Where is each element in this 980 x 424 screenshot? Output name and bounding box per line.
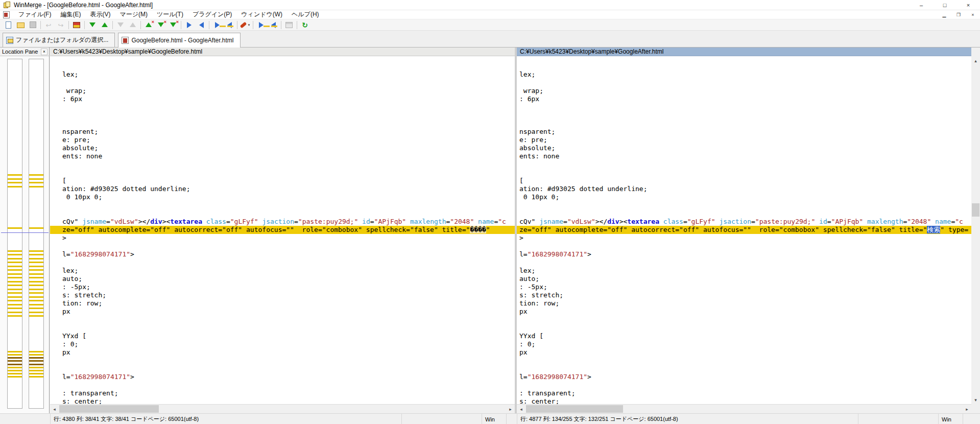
location-bar-right-file[interactable] [29, 59, 44, 409]
minimize-button[interactable]: – [910, 0, 933, 10]
diff-location-mark[interactable] [29, 289, 43, 290]
diff-location-mark[interactable] [29, 300, 43, 301]
diff-location-mark[interactable] [29, 281, 43, 282]
left-hscroll-thumb[interactable] [59, 405, 159, 413]
next-difference-button[interactable] [86, 20, 99, 30]
left-file-path-header[interactable]: C:¥Users¥k5423¥Desktop¥sample¥GoogleBefo… [50, 48, 515, 56]
diff-location-mark[interactable] [29, 312, 43, 313]
open-button[interactable] [14, 20, 27, 30]
right-file-path-header[interactable]: C:¥Users¥k5423¥Desktop¥sample¥GoogleAfte… [517, 48, 971, 56]
close-button[interactable]: × [957, 0, 980, 10]
menu-item-3[interactable]: マージ(M) [115, 10, 152, 18]
menu-item-2[interactable]: 表示(V) [85, 10, 115, 18]
diff-location-mark[interactable] [29, 367, 43, 368]
diff-location-mark[interactable] [29, 315, 43, 317]
diff-location-mark[interactable] [29, 296, 43, 298]
vertical-scrollbar[interactable]: ▴ ▾ [971, 56, 980, 404]
copy-right-button[interactable] [183, 20, 195, 30]
diff-location-mark[interactable] [8, 281, 22, 282]
maximize-button[interactable]: □ [933, 0, 957, 10]
diff-location-mark[interactable] [29, 354, 43, 356]
copy-left-button[interactable] [195, 20, 207, 30]
location-pane-close-icon[interactable]: × [41, 49, 47, 55]
tab-folder-selection[interactable]: ファイルまたはフォルダの選択... [3, 33, 115, 47]
diff-location-mark[interactable] [29, 360, 43, 362]
scroll-left-icon[interactable]: ◂ [50, 405, 59, 413]
diff-location-mark[interactable] [29, 308, 43, 309]
new-file-button[interactable] [2, 20, 14, 30]
diff-location-mark[interactable] [29, 373, 43, 374]
rescan-button[interactable] [70, 20, 83, 30]
diff-location-mark[interactable] [29, 186, 43, 187]
vscroll-thumb[interactable] [972, 203, 979, 217]
diff-location-mark[interactable] [8, 182, 22, 183]
diff-location-mark[interactable] [29, 370, 43, 371]
left-horizontal-scrollbar[interactable]: ◂ ▸ [50, 404, 515, 413]
scroll-down-icon[interactable]: ▾ [971, 395, 980, 404]
diff-location-mark[interactable] [29, 304, 43, 305]
diff-location-mark[interactable] [8, 308, 22, 309]
diff-location-mark[interactable] [8, 360, 22, 362]
location-bar-left-file[interactable] [7, 59, 22, 409]
diff-location-mark[interactable] [29, 364, 43, 365]
diff-location-mark[interactable] [29, 292, 43, 294]
diff-location-mark[interactable] [8, 250, 22, 252]
tab-file-compare[interactable]: GoogleBefore.html - GoogleAfter.html [118, 33, 240, 48]
mdi-close-button[interactable]: × [966, 11, 980, 19]
menu-item-1[interactable]: 編集(E) [56, 10, 85, 18]
diff-location-mark[interactable] [8, 357, 22, 359]
diff-location-mark[interactable] [29, 273, 43, 275]
diff-location-mark[interactable] [8, 277, 22, 278]
refresh-button[interactable] [299, 20, 311, 30]
right-hscroll-thumb[interactable] [526, 405, 623, 413]
diff-location-mark[interactable] [8, 364, 22, 365]
diff-location-mark[interactable] [8, 262, 22, 263]
menu-item-0[interactable]: ファイル(F) [14, 10, 56, 18]
right-code-area[interactable]: lex; wrap;: 6pxnsparent;e: pre;absolute;… [517, 56, 971, 404]
left-code-area[interactable]: lex; wrap;: 6pxnsparent;e: pre;absolute;… [50, 56, 515, 404]
diff-location-mark[interactable] [8, 254, 22, 255]
diff-location-mark[interactable] [29, 250, 43, 252]
diff-location-mark[interactable] [29, 258, 43, 260]
diff-location-mark[interactable] [29, 351, 43, 352]
right-horizontal-scrollbar[interactable]: ◂ ▸ [517, 404, 971, 413]
diff-location-mark[interactable] [29, 254, 43, 255]
menu-item-6[interactable]: ウィンドウ(W) [236, 10, 287, 18]
diff-location-mark[interactable] [8, 174, 22, 176]
copy-all-left-button[interactable] [267, 20, 279, 30]
diff-location-mark[interactable] [8, 269, 22, 271]
diff-location-mark[interactable] [8, 285, 22, 286]
scroll-right-icon[interactable]: ▸ [506, 405, 515, 413]
diff-location-mark[interactable] [8, 315, 22, 317]
mdi-restore-button[interactable]: ❐ [951, 11, 966, 19]
diff-location-mark[interactable] [29, 277, 43, 278]
diff-location-mark[interactable] [8, 292, 22, 294]
scroll-right-icon[interactable]: ▸ [963, 405, 971, 413]
menu-item-7[interactable]: ヘルプ(H) [287, 10, 324, 18]
diff-location-mark[interactable] [8, 367, 22, 368]
copy-all-right-button[interactable] [255, 20, 267, 30]
diff-location-mark[interactable] [8, 373, 22, 374]
last-difference-button[interactable]: × [167, 20, 179, 30]
mdi-minimize-button[interactable]: ▁ [937, 11, 951, 19]
diff-location-mark[interactable] [29, 174, 43, 176]
diff-location-mark[interactable] [29, 182, 43, 183]
diff-location-mark[interactable] [8, 186, 22, 187]
diff-location-mark[interactable] [29, 178, 43, 180]
scroll-left-icon[interactable]: ◂ [517, 405, 525, 413]
left-file-pane[interactable]: lex; wrap;: 6pxnsparent;e: pre;absolute;… [50, 56, 515, 404]
diff-location-mark[interactable] [8, 376, 22, 378]
diff-location-mark[interactable] [8, 273, 22, 275]
menu-item-5[interactable]: プラグイン(P) [188, 10, 236, 18]
diff-location-mark[interactable] [29, 269, 43, 271]
diff-location-mark[interactable] [8, 289, 22, 290]
copy-left-and-advance-button[interactable] [223, 20, 235, 30]
diff-location-mark[interactable] [29, 227, 43, 229]
diff-location-mark[interactable] [29, 266, 43, 267]
copy-right-and-advance-button[interactable] [211, 20, 223, 30]
diff-location-mark[interactable] [8, 266, 22, 267]
diff-location-mark[interactable] [8, 351, 22, 352]
diff-location-mark[interactable] [8, 227, 22, 229]
diff-location-mark[interactable] [29, 357, 43, 359]
diff-location-mark[interactable] [8, 178, 22, 180]
